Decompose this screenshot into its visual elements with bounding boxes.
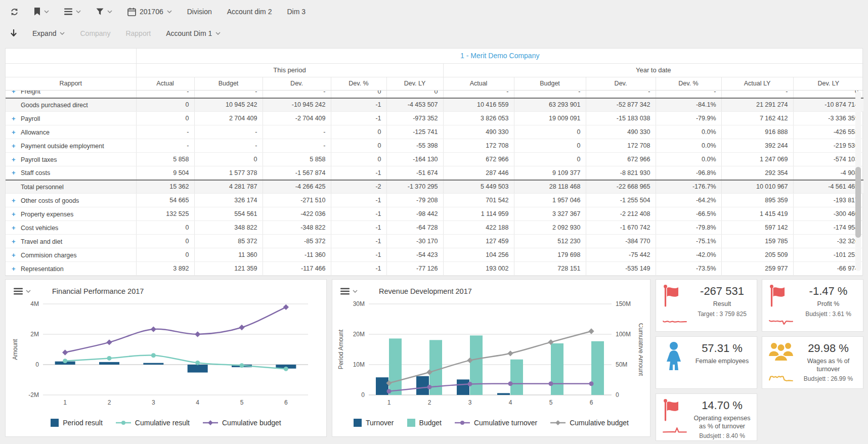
cell-value: -79.8% [656,221,721,235]
legend-item-turnover[interactable]: Turnover [354,419,394,427]
legend-item-budget[interactable]: Budget [407,419,442,427]
collapse-all-button[interactable] [10,29,17,37]
row-label: Allowance [21,129,50,136]
legend-item-cumulative-budget[interactable]: Cumulative budget [203,419,281,427]
cell-value: 205 509 [721,248,793,262]
legend-label: Cumulative budget [222,419,281,427]
refresh-button[interactable] [10,8,19,16]
svg-text:4: 4 [509,399,512,406]
group-header-year-to-date: Year to date [443,63,863,77]
column-header[interactable]: Dev. LY [793,77,863,90]
table-row: +Representation3 892121 359-117 466-1-77… [6,262,863,276]
revenue-development-chart-card: Revenue Development 2017 30M150M20M100M1… [332,279,650,437]
dimension-button-dim-3[interactable]: Dim 3 [287,8,306,16]
legend-item-cumulative-turnover[interactable]: Cumulative turnover [455,419,537,427]
period-selector[interactable]: 201706 [127,8,172,16]
company-header[interactable]: 1 - Merit Demo Company [136,49,863,63]
cell-value: -84.1% [656,98,721,112]
legend-label: Period result [63,419,103,427]
expand-row-button[interactable]: + [12,169,21,176]
column-header[interactable]: Actual [443,77,514,90]
cell-value: 701 542 [443,194,514,207]
expand-row-button[interactable]: + [12,128,21,136]
expand-row-button[interactable]: + [12,91,21,97]
expand-row-button[interactable]: + [12,251,21,259]
cell-value: -125 741 [386,125,443,139]
filter-menu-button[interactable] [96,8,112,16]
dimension-button-division[interactable]: Division [187,8,212,16]
cell-value: 2 092 930 [514,221,586,235]
cell-value: -4 453 507 [386,98,443,112]
cell-value: -2 [331,180,386,194]
table-row: +Cost vehicles0348 822-348 822-1-64 7284… [6,221,863,235]
cell-value: 1 957 046 [514,194,586,207]
column-header-rapport[interactable]: Rapport [6,77,136,90]
expand-row-button[interactable]: + [12,197,21,204]
chevron-down-icon [167,10,172,13]
cell-value: 9 504 [136,166,194,180]
chart-menu-button[interactable] [14,288,31,295]
expand-row-button[interactable]: + [12,265,21,273]
legend-item-period-result[interactable]: Period result [51,419,103,427]
table-row: +Property expenses132 525554 561-422 036… [6,207,863,221]
svg-text:Amount: Amount [12,339,19,360]
row-label-cell: +Allowance [6,125,136,139]
svg-text:Period Amount: Period Amount [337,329,344,369]
expand-row-button[interactable]: + [12,224,21,232]
legend-item-cumulative-result[interactable]: Cumulative result [116,419,190,427]
table-row: +Payroll02 704 409-2 704 409-1-973 3523 … [6,112,863,125]
column-header[interactable]: Dev. % [656,77,721,90]
column-header[interactable]: Budget [194,77,263,90]
row-label: Freight [21,91,40,95]
cell-value: -54 423 [386,248,443,262]
female-icon [662,341,692,384]
table-row: +Allowance---0-125 741490 3300490 3300.0… [6,125,863,139]
table-scrollbar-thumb[interactable] [855,167,861,238]
column-header[interactable]: Budget [514,77,586,90]
expand-row-button[interactable]: + [12,115,21,122]
dimension-button-company[interactable]: Company [80,29,110,37]
cell-value: 9 109 377 [514,166,586,180]
expand-row-button[interactable]: + [12,156,21,163]
dimension-button-account-dim-2[interactable]: Account dim 2 [227,8,272,16]
row-label: Payroll [21,115,40,122]
column-header[interactable]: Actual [136,77,194,90]
cell-value: 287 446 [443,166,514,180]
legend-label: Cumulative result [135,419,190,427]
bookmark-menu-button[interactable] [34,8,49,16]
expand-row-button[interactable]: + [12,210,21,218]
column-header[interactable]: Dev. [263,77,331,90]
legend-item-cumulative-budget[interactable]: Cumulative budget [550,419,629,427]
expand-dropdown[interactable]: Expand [32,29,65,37]
chart-menu-button[interactable] [340,288,358,295]
column-header[interactable]: Dev. % [331,77,386,90]
cell-value: -8 821 930 [586,166,656,180]
kpi-subtext: Budsjett : 3.61 % [805,310,851,318]
column-header[interactable]: Dev. [586,77,656,90]
account-dim-1-dropdown[interactable]: Account Dim 1 [166,29,221,37]
cell-value: 121 359 [194,262,263,276]
column-header[interactable]: Dev. LY [386,77,443,90]
expand-row-button[interactable]: + [12,142,21,150]
dimension-button-rapport[interactable]: Rapport [125,29,151,37]
layout-menu-button[interactable] [64,8,81,15]
cell-value: - [136,125,194,139]
cell-value: 3 327 367 [514,207,586,221]
cell-value: - [514,90,586,98]
kpi-value: -267 531 [700,285,744,298]
bookmark-icon [34,8,40,16]
cell-value: -574 103 [793,153,863,166]
chevron-down-icon [107,10,112,13]
cell-value: 5 858 [136,153,194,166]
financial-performance-chart: 4M2M0-2MAmount123456 [11,299,320,410]
cell-value: - [443,90,514,98]
cell-value: 172 708 [586,139,656,153]
cell-value: -96.8% [656,166,721,180]
table-body: +Freight---00-----0+Goods purchased dire… [6,90,863,276]
cell-value: -51 674 [386,166,443,180]
svg-text:6: 6 [284,399,288,406]
expand-row-button[interactable]: + [12,238,21,245]
table-scrollbar-track[interactable] [855,91,861,271]
column-header[interactable]: Actual LY [721,77,793,90]
cell-value: -1 [331,207,386,221]
